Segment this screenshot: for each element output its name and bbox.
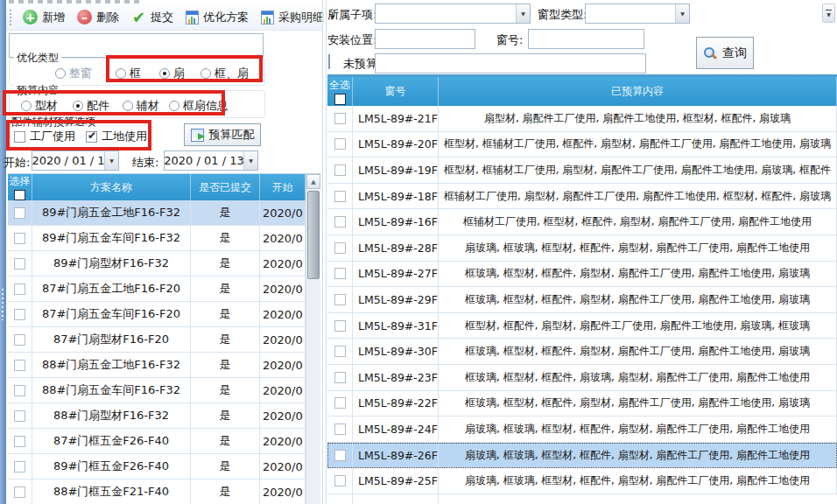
install-position-input[interactable] [375, 29, 475, 49]
window-no-input[interactable] [528, 29, 644, 49]
vertical-scrollbar[interactable]: ▲ [306, 174, 320, 504]
table-row[interactable]: 89#门扇五金工地F16-F32 是 2020/0 [8, 200, 306, 226]
column-window-no[interactable]: 窗号 [353, 77, 439, 106]
row-checkbox[interactable] [14, 284, 25, 295]
row-checkbox[interactable] [14, 258, 25, 270]
optimize-type-option[interactable]: 框、扇 [200, 66, 249, 81]
usage-checkbox[interactable]: 工地使用 [86, 129, 147, 144]
table-row[interactable]: LM5L-89#-29F27 框玻璃, 框型材, 框配件, 扇型材, 扇配件工厂… [327, 287, 837, 313]
table-row[interactable]: 87#门扇五金工地F16-F20 是 2020/0 [8, 276, 306, 302]
toolbar-button[interactable]: 提交 ▼ [125, 7, 179, 28]
row-checkbox[interactable] [14, 385, 25, 396]
row-checkbox[interactable] [334, 475, 346, 486]
budget-content-option[interactable]: 型材 [21, 98, 58, 114]
checkbox-icon[interactable] [86, 131, 97, 143]
row-checkbox[interactable] [334, 216, 346, 228]
chevron-down-icon[interactable]: ▼ [516, 4, 530, 23]
column-select[interactable]: 选择 [8, 174, 32, 200]
column-budgeted-content[interactable]: 已预算内容 [439, 77, 837, 106]
radio-icon[interactable] [73, 101, 83, 111]
unbudgeted-checkbox[interactable] [328, 54, 330, 69]
table-row[interactable]: LM5L-89#-31F29 框型材, 框配件, 扇型材, 扇配件工厂使用, 扇… [327, 313, 837, 340]
toolbar-grip[interactable] [10, 10, 11, 25]
table-row[interactable]: LM5L-89#-21F19 扇型材, 扇配件工厂使用, 扇配件工地使用, 框型… [327, 106, 837, 132]
scroll-up-arrow[interactable]: ▲ [306, 174, 320, 189]
row-checkbox[interactable] [14, 436, 25, 447]
docked-panel-strip[interactable] [0, 0, 6, 504]
budget-content-option[interactable]: 配件 [73, 98, 109, 114]
row-checkbox[interactable] [14, 461, 25, 472]
select-all-checkbox[interactable] [14, 190, 25, 200]
start-date-picker[interactable]: 2020 / 01 / 1 ▼ [32, 150, 119, 171]
table-row[interactable]: 87#门框五金F26-F40 是 2020/0 [8, 429, 306, 454]
row-checkbox[interactable] [334, 191, 346, 202]
table-row[interactable]: LM5L-89#-30F28 框玻璃, 框型材, 框配件, 扇型材, 扇配件工厂… [327, 339, 837, 365]
column-start-date[interactable]: 开始 [260, 174, 306, 200]
table-row[interactable]: LM5L-89#-24F22 扇玻璃, 框玻璃, 框型材, 框配件, 扇型材, … [327, 416, 837, 443]
chevron-down-icon[interactable]: ▼ [243, 151, 257, 170]
row-checkbox[interactable] [14, 207, 25, 219]
row-checkbox[interactable] [334, 450, 346, 461]
row-checkbox[interactable] [334, 294, 346, 305]
table-row[interactable]: LM5L-89#-23F21 框玻璃, 框型材, 框配件, 扇玻璃, 扇型材, … [327, 365, 837, 391]
unbudgeted-input[interactable] [375, 53, 646, 74]
table-row[interactable]: 87#门扇五金车间F16-F20 是 2020/0 [8, 302, 306, 327]
toolbar-button[interactable]: 优化方案 ▼ [179, 7, 255, 28]
row-checkbox[interactable] [334, 242, 346, 254]
row-checkbox[interactable] [14, 410, 25, 422]
table-row[interactable]: LM5L-89#-16F15 框辅材工厂使用, 框型材, 框配件, 扇型材, 扇… [327, 209, 837, 235]
row-checkbox[interactable] [334, 138, 346, 150]
row-checkbox[interactable] [334, 164, 346, 176]
end-date-picker[interactable]: 2020 / 01 / 13 ▼ [164, 150, 258, 171]
row-checkbox[interactable] [334, 268, 346, 279]
budget-content-option[interactable]: 辅材 [123, 98, 159, 114]
budget-content-option[interactable]: 框扇信息 [169, 98, 229, 114]
select-all-checkbox[interactable] [334, 94, 346, 105]
radio-icon[interactable] [159, 68, 170, 79]
table-row[interactable]: LM5L-89#-28F26 扇玻璃, 框玻璃, 框型材, 框配件, 扇型材, … [327, 235, 837, 262]
radio-icon[interactable] [55, 68, 66, 79]
table-row[interactable]: LM5L-89#-22F20 框玻璃, 框型材, 框配件, 扇型材, 扇配件工厂… [327, 391, 837, 417]
row-checkbox[interactable] [334, 320, 346, 332]
radio-icon[interactable] [21, 101, 32, 111]
toolbar-button[interactable]: 新增 ▼ [17, 7, 71, 28]
row-checkbox[interactable] [14, 233, 25, 244]
column-plan-name[interactable]: 方案名称 [32, 174, 191, 200]
scrollbar-thumb[interactable] [307, 191, 320, 279]
chevron-down-icon[interactable]: ▼ [675, 4, 689, 23]
table-row[interactable]: LM5L-89#-18F16 框辅材工厂使用, 扇型材, 扇配件工厂使用, 扇配… [327, 184, 837, 210]
table-row[interactable]: 87#门扇型材F16-F20 是 2020/0 [8, 327, 306, 353]
row-checkbox[interactable] [14, 309, 25, 320]
budget-match-button[interactable]: 预算匹配 [184, 123, 261, 146]
row-checkbox[interactable] [14, 334, 25, 346]
usage-checkbox[interactable]: 工厂使用 [14, 129, 75, 144]
query-button[interactable]: 查询 [696, 37, 754, 69]
row-checkbox[interactable] [334, 372, 346, 383]
table-row[interactable]: 89#门扇五金车间F16-F32 是 2020/0 [8, 226, 306, 251]
table-row[interactable]: 89#门扇型材F16-F32 是 2020/0 [8, 251, 306, 276]
column-select-all[interactable]: 全选 [327, 77, 353, 106]
row-checkbox[interactable] [334, 397, 346, 409]
column-submitted[interactable]: 是否已提交 [191, 174, 260, 200]
table-row[interactable]: 88#门扇五金车间F16-F32 是 2020/0 [8, 378, 306, 403]
optimize-type-option[interactable]: 整窗 [55, 66, 92, 81]
table-row[interactable]: 89#门框五金F26-F40 是 2020/0 [8, 454, 306, 480]
chevron-down-icon[interactable]: ▼ [104, 151, 118, 170]
sub-item-dropdown[interactable]: ▼ [375, 4, 531, 24]
table-row[interactable]: LM5L-89#-25F23 扇玻璃, 框玻璃, 框型材, 框配件, 扇型材, … [327, 468, 837, 494]
row-checkbox[interactable] [334, 346, 346, 357]
row-checkbox[interactable] [14, 486, 25, 498]
panel-splitter[interactable] [322, 0, 323, 504]
table-row[interactable]: LM5L-89#-27F25 框玻璃, 框型材, 框配件, 扇型材, 扇配件工厂… [327, 262, 837, 288]
checkbox-icon[interactable] [14, 131, 25, 143]
table-row[interactable]: 88#门扇型材F16-F32 是 2020/0 [8, 403, 306, 429]
optimize-type-option[interactable]: 框 [116, 66, 141, 81]
radio-icon[interactable] [200, 68, 211, 79]
table-row[interactable]: LM5L-89#-19F17 框型材, 框辅材工厂使用, 扇型材, 扇配件工厂使… [327, 158, 837, 184]
toolbar-overflow-button[interactable]: ▼ [822, 4, 835, 23]
row-checkbox[interactable] [334, 424, 346, 435]
toolbar-button[interactable]: 删除 ▼ [71, 7, 125, 28]
table-row[interactable]: 88#门框五金F21-F40 是 2020/0 [8, 480, 306, 504]
radio-icon[interactable] [169, 101, 179, 111]
table-row[interactable]: LM5L-89#-20F18 框型材, 框辅材工厂使用, 框配件, 扇型材, 扇… [327, 132, 837, 158]
